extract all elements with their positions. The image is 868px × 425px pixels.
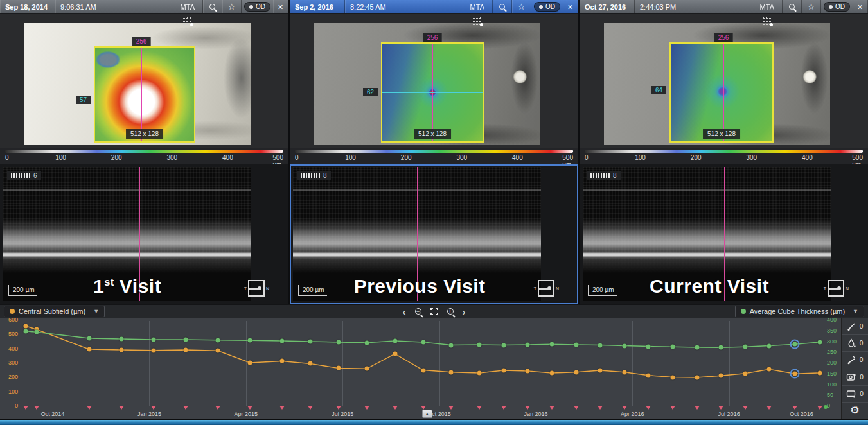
settings-tool[interactable]: ⚙	[842, 403, 868, 419]
data-point[interactable]	[719, 374, 723, 378]
data-point[interactable]	[364, 340, 369, 345]
data-point[interactable]	[646, 373, 651, 377]
bscan-image[interactable]: 8 200 µm Current Visit	[583, 167, 831, 301]
prev-visit-button[interactable]: ‹	[403, 307, 406, 317]
data-point[interactable]	[670, 375, 675, 379]
data-point[interactable]	[695, 345, 699, 349]
data-point[interactable]	[336, 340, 341, 345]
thickness-map[interactable]: 512 x 128	[94, 46, 195, 143]
trend-plot[interactable]	[21, 321, 826, 406]
slice-navigator[interactable]: 8	[587, 171, 621, 180]
grid-overlay-icon[interactable]	[761, 16, 772, 25]
crosshair-horizontal[interactable]	[671, 91, 772, 91]
search-icon[interactable]	[493, 0, 512, 13]
data-point[interactable]	[695, 376, 699, 380]
data-point[interactable]	[526, 369, 530, 374]
data-point[interactable]	[393, 352, 397, 356]
data-point[interactable]	[364, 367, 369, 371]
bscan-image[interactable]: 6 200 µm 1stVisit	[3, 167, 251, 301]
visit-marker[interactable]	[525, 406, 530, 410]
visit-marker[interactable]	[718, 406, 723, 410]
visit-marker[interactable]	[501, 406, 506, 410]
fundus-image[interactable]: 512 x 128 256 57	[24, 23, 251, 145]
camera-add-tool[interactable]: 0	[842, 369, 868, 386]
star-icon[interactable]: ☆	[512, 0, 531, 13]
star-icon[interactable]: ☆	[222, 0, 242, 13]
visit-marker[interactable]	[308, 406, 313, 410]
visit-marker[interactable]	[183, 406, 188, 410]
crosshair-vertical[interactable]	[141, 48, 142, 141]
data-point[interactable]	[248, 338, 252, 343]
visit-marker[interactable]	[792, 406, 797, 410]
data-point[interactable]	[501, 369, 506, 373]
data-point[interactable]	[119, 347, 123, 352]
data-point[interactable]	[35, 330, 39, 334]
data-point[interactable]	[23, 324, 28, 328]
eye-toggle[interactable]: OD	[244, 2, 270, 12]
visit-marker[interactable]	[477, 406, 482, 410]
thickness-map[interactable]: 512 x 128	[669, 42, 774, 143]
data-point[interactable]	[280, 339, 285, 343]
injection-pen-tool[interactable]: 0	[842, 318, 868, 335]
zoom-out-icon[interactable]: −	[415, 308, 421, 315]
data-point[interactable]	[743, 345, 747, 349]
visit-marker[interactable]	[598, 406, 603, 410]
data-point[interactable]	[719, 345, 723, 350]
crosshair-horizontal[interactable]	[95, 101, 194, 101]
droplet-tool[interactable]: 0	[842, 335, 868, 352]
orientation-icon[interactable]: T N	[824, 280, 849, 297]
data-point[interactable]	[477, 370, 482, 375]
eye-toggle[interactable]: OD	[534, 2, 560, 12]
fundus-image[interactable]: 512 x 128 256 62	[314, 23, 540, 145]
data-point[interactable]	[818, 370, 822, 375]
slice-navigator[interactable]: 8	[297, 171, 331, 180]
visit-marker[interactable]	[279, 406, 285, 410]
visit-marker[interactable]	[646, 406, 651, 410]
data-point[interactable]	[818, 340, 822, 345]
visit-marker[interactable]	[151, 406, 156, 410]
scroll-up-double-button[interactable]: ▲	[422, 410, 432, 418]
data-point[interactable]	[477, 342, 482, 347]
visit-marker[interactable]	[817, 406, 822, 410]
data-point[interactable]	[574, 370, 578, 374]
data-point[interactable]	[215, 349, 220, 353]
visit-marker[interactable]	[766, 406, 772, 410]
visit-marker[interactable]	[393, 406, 398, 410]
visit-marker[interactable]	[87, 406, 92, 410]
data-point[interactable]	[598, 343, 603, 347]
data-point[interactable]	[421, 340, 425, 345]
orientation-icon[interactable]: T N	[244, 280, 269, 297]
data-point[interactable]	[308, 340, 313, 344]
fit-view-icon[interactable]	[430, 308, 438, 315]
close-icon[interactable]: ×	[273, 0, 288, 13]
eye-toggle[interactable]: OD	[824, 2, 850, 12]
data-point[interactable]	[549, 370, 554, 375]
data-point[interactable]	[393, 339, 397, 343]
grid-overlay-icon[interactable]	[182, 16, 192, 25]
visit-marker[interactable]	[743, 406, 748, 410]
data-point[interactable]	[151, 338, 155, 342]
data-point[interactable]	[23, 329, 28, 333]
data-point[interactable]	[248, 360, 252, 365]
legend-average-cube[interactable]: Average Cube Thickness (µm) ▼	[735, 306, 864, 317]
orientation-icon[interactable]: T N	[534, 280, 559, 297]
visit-marker[interactable]	[448, 406, 454, 410]
visit-marker[interactable]	[215, 406, 220, 410]
crosshair-horizontal[interactable]	[382, 92, 483, 93]
zoom-in-icon[interactable]: +	[447, 308, 454, 315]
search-icon[interactable]	[203, 0, 222, 13]
data-point[interactable]	[793, 372, 797, 376]
visit-marker[interactable]	[670, 406, 675, 410]
slice-navigator[interactable]: 6	[7, 171, 41, 180]
data-point[interactable]	[526, 342, 530, 347]
visit-marker[interactable]	[549, 406, 554, 410]
thickness-map[interactable]: 512 x 128	[381, 42, 484, 143]
visit-marker[interactable]	[23, 406, 28, 410]
data-point[interactable]	[183, 347, 188, 352]
data-point[interactable]	[670, 345, 675, 349]
data-point[interactable]	[183, 338, 188, 342]
data-point[interactable]	[549, 342, 554, 347]
star-icon[interactable]: ☆	[802, 0, 821, 13]
visit-marker[interactable]	[34, 406, 39, 410]
visit-marker[interactable]	[622, 406, 627, 410]
